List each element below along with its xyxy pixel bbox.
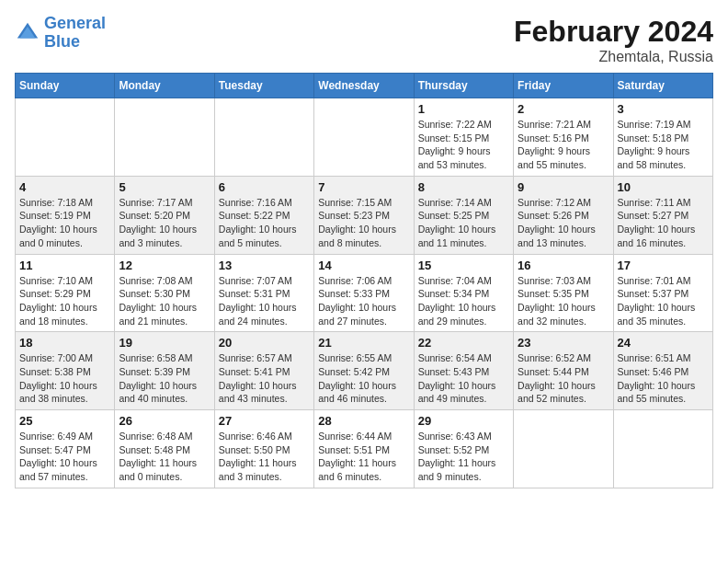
calendar-cell: 15Sunrise: 7:04 AMSunset: 5:34 PMDayligh… [414,254,513,332]
weekday-header-tuesday: Tuesday [214,74,313,98]
calendar-cell [613,410,712,488]
calendar-cell: 19Sunrise: 6:58 AMSunset: 5:39 PMDayligh… [115,332,214,410]
day-info: Sunrise: 6:48 AMSunset: 5:48 PMDaylight:… [119,430,210,484]
calendar-cell: 23Sunrise: 6:52 AMSunset: 5:44 PMDayligh… [514,332,613,410]
day-number: 10 [618,180,709,194]
weekday-header-friday: Friday [514,74,613,98]
weekday-header-row: SundayMondayTuesdayWednesdayThursdayFrid… [16,74,713,98]
day-info: Sunrise: 6:43 AMSunset: 5:52 PMDaylight:… [418,430,509,484]
day-number: 24 [618,336,709,350]
calendar-cell: 12Sunrise: 7:08 AMSunset: 5:30 PMDayligh… [115,254,214,332]
calendar-cell: 26Sunrise: 6:48 AMSunset: 5:48 PMDayligh… [115,410,214,488]
week-row-2: 4Sunrise: 7:18 AMSunset: 5:19 PMDaylight… [16,176,713,254]
weekday-header-sunday: Sunday [16,74,115,98]
day-number: 11 [19,259,110,272]
day-info: Sunrise: 7:12 AMSunset: 5:26 PMDaylight:… [518,196,609,250]
day-info: Sunrise: 6:46 AMSunset: 5:50 PMDaylight:… [219,430,310,484]
day-number: 6 [219,180,310,194]
day-info: Sunrise: 7:22 AMSunset: 5:15 PMDaylight:… [418,118,509,172]
logo-icon [15,20,40,46]
calendar-cell: 10Sunrise: 7:11 AMSunset: 5:27 PMDayligh… [613,176,712,254]
day-number: 12 [119,259,210,272]
day-info: Sunrise: 7:08 AMSunset: 5:30 PMDaylight:… [119,274,210,328]
day-number: 27 [219,414,310,428]
day-info: Sunrise: 7:07 AMSunset: 5:31 PMDaylight:… [219,274,310,328]
day-number: 29 [418,414,509,428]
calendar-cell: 11Sunrise: 7:10 AMSunset: 5:29 PMDayligh… [16,254,115,332]
day-info: Sunrise: 7:17 AMSunset: 5:20 PMDaylight:… [119,196,210,250]
day-number: 17 [618,259,709,272]
day-info: Sunrise: 7:00 AMSunset: 5:38 PMDaylight:… [19,351,110,406]
calendar-cell: 24Sunrise: 6:51 AMSunset: 5:46 PMDayligh… [613,332,712,410]
day-number: 9 [518,180,609,194]
day-info: Sunrise: 6:49 AMSunset: 5:47 PMDaylight:… [19,430,110,484]
day-info: Sunrise: 7:06 AMSunset: 5:33 PMDaylight:… [318,274,409,328]
location: Zhemtala, Russia [514,49,713,65]
day-number: 23 [518,336,609,350]
calendar-cell: 7Sunrise: 7:15 AMSunset: 5:23 PMDaylight… [314,176,414,254]
calendar-cell [314,98,414,177]
calendar-cell: 4Sunrise: 7:18 AMSunset: 5:19 PMDaylight… [16,176,115,254]
day-number: 1 [418,102,509,116]
day-info: Sunrise: 7:04 AMSunset: 5:34 PMDaylight:… [418,274,509,328]
weekday-header-thursday: Thursday [414,74,513,98]
calendar-cell: 20Sunrise: 6:57 AMSunset: 5:41 PMDayligh… [214,332,313,410]
day-info: Sunrise: 7:03 AMSunset: 5:35 PMDaylight:… [518,274,609,328]
week-row-4: 18Sunrise: 7:00 AMSunset: 5:38 PMDayligh… [16,332,713,410]
day-number: 3 [618,102,709,116]
day-number: 20 [219,336,310,350]
calendar-cell: 28Sunrise: 6:44 AMSunset: 5:51 PMDayligh… [314,410,414,488]
calendar-cell: 9Sunrise: 7:12 AMSunset: 5:26 PMDaylight… [514,176,613,254]
calendar-cell [214,98,313,177]
day-info: Sunrise: 7:10 AMSunset: 5:29 PMDaylight:… [19,274,110,328]
calendar-cell [115,98,214,177]
logo-text: General Blue [44,15,106,52]
month-title: February 2024 [514,15,713,49]
day-number: 15 [418,259,509,272]
day-info: Sunrise: 7:21 AMSunset: 5:16 PMDaylight:… [518,118,609,172]
week-row-1: 1Sunrise: 7:22 AMSunset: 5:15 PMDaylight… [16,98,713,177]
calendar-cell: 2Sunrise: 7:21 AMSunset: 5:16 PMDaylight… [514,98,613,177]
page-header: General Blue February 2024 Zhemtala, Rus… [15,15,713,65]
calendar-cell: 14Sunrise: 7:06 AMSunset: 5:33 PMDayligh… [314,254,414,332]
calendar-cell: 25Sunrise: 6:49 AMSunset: 5:47 PMDayligh… [16,410,115,488]
day-number: 8 [418,180,509,194]
weekday-header-monday: Monday [115,74,214,98]
day-info: Sunrise: 6:55 AMSunset: 5:42 PMDaylight:… [318,351,409,406]
title-block: February 2024 Zhemtala, Russia [514,15,713,65]
day-number: 28 [318,414,409,428]
day-info: Sunrise: 6:44 AMSunset: 5:51 PMDaylight:… [318,430,409,484]
weekday-header-saturday: Saturday [613,74,712,98]
day-info: Sunrise: 7:14 AMSunset: 5:25 PMDaylight:… [418,196,509,250]
calendar-cell: 21Sunrise: 6:55 AMSunset: 5:42 PMDayligh… [314,332,414,410]
calendar-cell: 1Sunrise: 7:22 AMSunset: 5:15 PMDaylight… [414,98,513,177]
day-info: Sunrise: 6:51 AMSunset: 5:46 PMDaylight:… [618,351,709,406]
calendar-cell: 5Sunrise: 7:17 AMSunset: 5:20 PMDaylight… [115,176,214,254]
day-number: 26 [119,414,210,428]
day-info: Sunrise: 6:52 AMSunset: 5:44 PMDaylight:… [518,351,609,406]
day-info: Sunrise: 7:15 AMSunset: 5:23 PMDaylight:… [318,196,409,250]
calendar-cell: 18Sunrise: 7:00 AMSunset: 5:38 PMDayligh… [16,332,115,410]
calendar-cell: 6Sunrise: 7:16 AMSunset: 5:22 PMDaylight… [214,176,313,254]
day-info: Sunrise: 6:57 AMSunset: 5:41 PMDaylight:… [219,351,310,406]
calendar-cell: 27Sunrise: 6:46 AMSunset: 5:50 PMDayligh… [214,410,313,488]
calendar-cell: 22Sunrise: 6:54 AMSunset: 5:43 PMDayligh… [414,332,513,410]
day-number: 5 [119,180,210,194]
calendar-cell: 3Sunrise: 7:19 AMSunset: 5:18 PMDaylight… [613,98,712,177]
day-number: 2 [518,102,609,116]
day-number: 13 [219,259,310,272]
week-row-5: 25Sunrise: 6:49 AMSunset: 5:47 PMDayligh… [16,410,713,488]
weekday-header-wednesday: Wednesday [314,74,414,98]
calendar-cell [16,98,115,177]
day-info: Sunrise: 7:16 AMSunset: 5:22 PMDaylight:… [219,196,310,250]
day-info: Sunrise: 7:19 AMSunset: 5:18 PMDaylight:… [618,118,709,172]
day-number: 21 [318,336,409,350]
week-row-3: 11Sunrise: 7:10 AMSunset: 5:29 PMDayligh… [16,254,713,332]
day-number: 18 [19,336,110,350]
day-number: 25 [19,414,110,428]
day-info: Sunrise: 7:18 AMSunset: 5:19 PMDaylight:… [19,196,110,250]
day-number: 14 [318,259,409,272]
day-number: 4 [19,180,110,194]
calendar-table: SundayMondayTuesdayWednesdayThursdayFrid… [15,73,713,488]
calendar-cell [514,410,613,488]
